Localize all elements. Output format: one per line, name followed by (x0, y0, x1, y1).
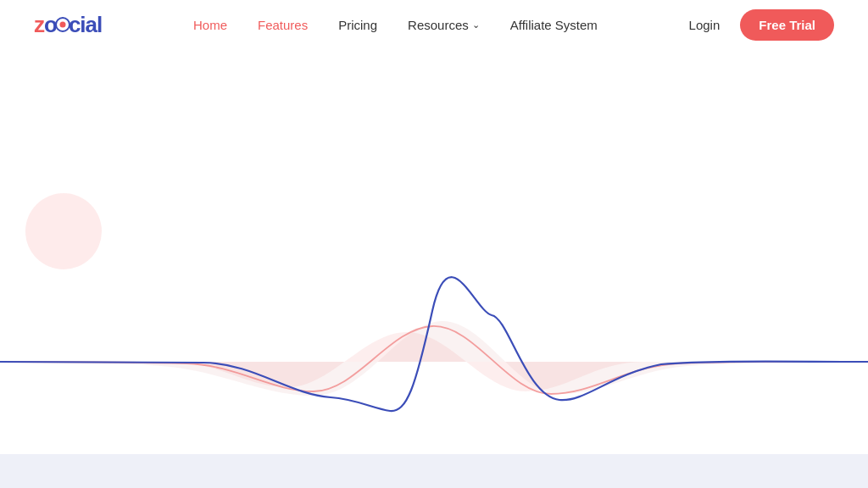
chevron-down-icon: ⌄ (472, 19, 480, 30)
nav-right: Login Free Trial (689, 9, 834, 41)
login-link[interactable]: Login (689, 18, 721, 32)
decorative-circle (25, 193, 102, 269)
logo-eye-icon (55, 17, 70, 32)
nav-pricing[interactable]: Pricing (338, 18, 377, 32)
main-content (0, 49, 868, 488)
footer-band (0, 454, 868, 488)
free-trial-button[interactable]: Free Trial (740, 9, 834, 41)
nav-home[interactable]: Home (193, 18, 227, 32)
nav-affiliate[interactable]: Affiliate System (510, 18, 598, 32)
logo-cial: cial (69, 12, 102, 37)
logo-z: z (34, 12, 44, 37)
nav-links: Home Features Pricing Resources ⌄ Affili… (193, 18, 598, 32)
logo[interactable]: zocial (34, 12, 102, 38)
navbar: zocial Home Features Pricing Resources ⌄… (0, 0, 868, 49)
nav-features[interactable]: Features (258, 18, 308, 32)
nav-resources[interactable]: Resources ⌄ (408, 18, 480, 32)
wave-visualization (0, 269, 868, 458)
nav-resources-label: Resources (408, 18, 469, 32)
